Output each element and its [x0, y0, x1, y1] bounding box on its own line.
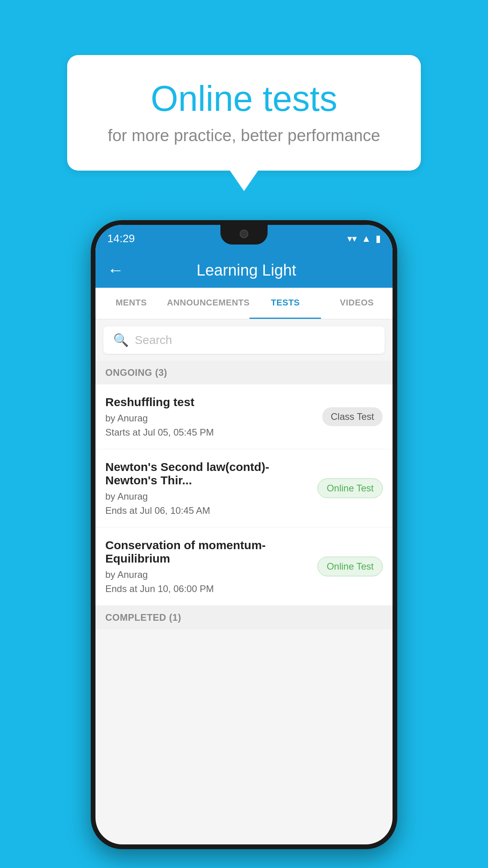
status-bar: 14:29 ▾▾ ▲ ▮ [95, 225, 393, 252]
tab-tests[interactable]: TESTS [250, 288, 321, 319]
test-item-1[interactable]: Reshuffling test by Anurag Starts at Jul… [95, 384, 393, 449]
search-icon: 🔍 [113, 333, 129, 348]
test-time-3: Ends at Jun 10, 06:00 PM [105, 583, 310, 594]
tab-ments[interactable]: MENTS [95, 288, 167, 319]
section-ongoing-header: ONGOING (3) [95, 361, 393, 384]
bubble-subtitle: for more practice, better performance [99, 126, 389, 145]
test-badge-2: Online Test [317, 478, 383, 498]
phone-outer: 14:29 ▾▾ ▲ ▮ ← Learning Light [91, 220, 397, 849]
signal-icon: ▲ [361, 233, 371, 244]
test-by-3: by Anurag [105, 569, 310, 580]
camera-icon [240, 230, 248, 238]
status-icons: ▾▾ ▲ ▮ [347, 233, 381, 244]
wifi-icon: ▾▾ [347, 233, 357, 244]
test-by-2: by Anurag [105, 491, 310, 502]
test-info-3: Conservation of momentum-Equilibrium by … [105, 539, 317, 594]
phone-container: 14:29 ▾▾ ▲ ▮ ← Learning Light [91, 220, 397, 849]
tab-videos[interactable]: VIDEOS [321, 288, 393, 319]
search-bar[interactable]: 🔍 Search [103, 326, 385, 354]
tab-announcements[interactable]: ANNOUNCEMENTS [167, 288, 250, 319]
test-name-2: Newton's Second law(contd)-Newton's Thir… [105, 460, 310, 487]
speech-bubble: Online tests for more practice, better p… [67, 55, 421, 171]
test-info-2: Newton's Second law(contd)-Newton's Thir… [105, 460, 317, 516]
test-time-1: Starts at Jul 05, 05:45 PM [105, 427, 314, 438]
search-placeholder: Search [135, 333, 172, 347]
test-list-ongoing: Reshuffling test by Anurag Starts at Jul… [95, 384, 393, 606]
notch [220, 225, 268, 245]
app-title: Learning Light [132, 261, 361, 279]
battery-icon: ▮ [376, 233, 381, 244]
test-item-3[interactable]: Conservation of momentum-Equilibrium by … [95, 528, 393, 606]
section-completed-header: COMPLETED (1) [95, 606, 393, 629]
search-container: 🔍 Search [95, 319, 393, 361]
app-bar: ← Learning Light [95, 252, 393, 288]
test-name-1: Reshuffling test [105, 395, 314, 409]
back-button[interactable]: ← [107, 262, 124, 278]
test-item-2[interactable]: Newton's Second law(contd)-Newton's Thir… [95, 449, 393, 528]
phone-screen: 14:29 ▾▾ ▲ ▮ ← Learning Light [95, 225, 393, 844]
speech-bubble-area: Online tests for more practice, better p… [67, 55, 421, 171]
test-info-1: Reshuffling test by Anurag Starts at Jul… [105, 395, 322, 438]
test-time-2: Ends at Jul 06, 10:45 AM [105, 505, 310, 516]
test-badge-3: Online Test [317, 557, 383, 576]
test-name-3: Conservation of momentum-Equilibrium [105, 539, 310, 565]
tabs-container: MENTS ANNOUNCEMENTS TESTS VIDEOS [95, 288, 393, 319]
test-by-1: by Anurag [105, 413, 314, 424]
bubble-title: Online tests [99, 79, 389, 119]
test-badge-1: Class Test [322, 407, 383, 426]
status-time: 14:29 [107, 232, 135, 245]
